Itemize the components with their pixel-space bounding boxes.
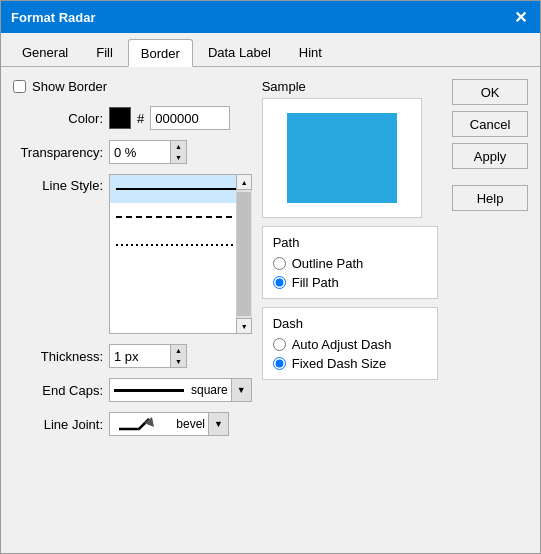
- line-style-row: Line Style:: [13, 174, 252, 334]
- dialog-title: Format Radar: [11, 10, 96, 25]
- transparency-label: Transparency:: [13, 145, 103, 160]
- scroll-thumb: [237, 192, 251, 316]
- show-border-row: Show Border: [13, 79, 252, 94]
- title-bar: Format Radar ✕: [1, 1, 540, 33]
- thickness-row: Thickness: ▲ ▼: [13, 344, 252, 368]
- dash-section-title: Dash: [273, 316, 427, 331]
- transparency-down-button[interactable]: ▼: [170, 152, 186, 163]
- hash-sign: #: [137, 111, 144, 126]
- outline-path-label: Outline Path: [292, 256, 364, 271]
- thickness-spinner: ▲ ▼: [109, 344, 187, 368]
- sample-section: Sample: [262, 79, 438, 218]
- thickness-label: Thickness:: [13, 349, 103, 364]
- thickness-spin-buttons: ▲ ▼: [170, 345, 186, 367]
- line-style-list[interactable]: [109, 174, 252, 334]
- outline-path-radio[interactable]: [273, 257, 286, 270]
- sample-inner-rect: [287, 113, 397, 203]
- path-section: Path Outline Path Fill Path: [262, 226, 438, 299]
- end-caps-preview: [110, 379, 188, 401]
- line-dashed-preview: [116, 216, 245, 218]
- sample-box: [262, 98, 422, 218]
- end-caps-value-label: square: [188, 383, 231, 397]
- fixed-dash-label: Fixed Dash Size: [292, 356, 387, 371]
- action-buttons-panel: OK Cancel Apply Help: [448, 79, 528, 541]
- transparency-up-button[interactable]: ▲: [170, 141, 186, 152]
- fill-path-row: Fill Path: [273, 275, 427, 290]
- tab-content: Show Border Color: # Transparency: ▲ ▼: [1, 67, 540, 553]
- color-hex-input[interactable]: [150, 106, 230, 130]
- line-joint-dropdown[interactable]: bevel ▼: [109, 412, 229, 436]
- transparency-input[interactable]: [110, 141, 170, 163]
- end-caps-row: End Caps: square ▼: [13, 378, 252, 402]
- line-joint-label: Line Joint:: [13, 417, 103, 432]
- transparency-spin-buttons: ▲ ▼: [170, 141, 186, 163]
- sample-label: Sample: [262, 79, 438, 94]
- help-button[interactable]: Help: [452, 185, 528, 211]
- line-joint-arrow-icon[interactable]: ▼: [208, 413, 228, 435]
- line-joint-preview: [110, 413, 173, 435]
- path-section-title: Path: [273, 235, 427, 250]
- auto-adjust-dash-label: Auto Adjust Dash: [292, 337, 392, 352]
- dash-section: Dash Auto Adjust Dash Fixed Dash Size: [262, 307, 438, 380]
- apply-button[interactable]: Apply: [452, 143, 528, 169]
- cancel-button[interactable]: Cancel: [452, 111, 528, 137]
- line-solid-preview: [116, 188, 245, 190]
- line-dotted-preview: [116, 244, 245, 246]
- tab-data-label[interactable]: Data Label: [195, 39, 284, 66]
- fixed-dash-row: Fixed Dash Size: [273, 356, 427, 371]
- fixed-dash-radio[interactable]: [273, 357, 286, 370]
- line-style-label: Line Style:: [13, 178, 103, 193]
- svg-marker-0: [144, 417, 154, 427]
- line-joint-icon: [114, 415, 164, 433]
- tab-hint[interactable]: Hint: [286, 39, 335, 66]
- line-joint-row: Line Joint: bevel ▼: [13, 412, 252, 436]
- tabs-bar: General Fill Border Data Label Hint: [1, 33, 540, 67]
- format-radar-dialog: Format Radar ✕ General Fill Border Data …: [0, 0, 541, 554]
- fill-path-radio[interactable]: [273, 276, 286, 289]
- tab-general[interactable]: General: [9, 39, 81, 66]
- show-border-label: Show Border: [32, 79, 107, 94]
- end-caps-line-preview: [114, 389, 184, 392]
- color-row: Color: #: [13, 106, 252, 130]
- line-style-item-dotted[interactable]: [110, 231, 251, 259]
- auto-adjust-dash-row: Auto Adjust Dash: [273, 337, 427, 352]
- center-panel: Sample Path Outline Path Fill Path: [262, 79, 438, 541]
- ok-button[interactable]: OK: [452, 79, 528, 105]
- left-panel: Show Border Color: # Transparency: ▲ ▼: [13, 79, 252, 541]
- fill-path-label: Fill Path: [292, 275, 339, 290]
- end-caps-label: End Caps:: [13, 383, 103, 398]
- close-icon[interactable]: ✕: [510, 7, 530, 27]
- line-joint-value-label: bevel: [173, 417, 208, 431]
- end-caps-dropdown[interactable]: square ▼: [109, 378, 252, 402]
- line-style-item-solid[interactable]: [110, 175, 251, 203]
- outline-path-row: Outline Path: [273, 256, 427, 271]
- scrollbar: ▲ ▼: [236, 174, 252, 334]
- transparency-spinner: ▲ ▼: [109, 140, 187, 164]
- scroll-up-button[interactable]: ▲: [236, 174, 252, 190]
- thickness-input[interactable]: [110, 345, 170, 367]
- tab-border[interactable]: Border: [128, 39, 193, 67]
- end-caps-arrow-icon[interactable]: ▼: [231, 379, 251, 401]
- color-swatch[interactable]: [109, 107, 131, 129]
- show-border-checkbox[interactable]: [13, 80, 26, 93]
- thickness-up-button[interactable]: ▲: [170, 345, 186, 356]
- auto-adjust-dash-radio[interactable]: [273, 338, 286, 351]
- color-label: Color:: [13, 111, 103, 126]
- scroll-down-button[interactable]: ▼: [236, 318, 252, 334]
- transparency-row: Transparency: ▲ ▼: [13, 140, 252, 164]
- line-style-item-dashed[interactable]: [110, 203, 251, 231]
- tab-fill[interactable]: Fill: [83, 39, 126, 66]
- thickness-down-button[interactable]: ▼: [170, 356, 186, 367]
